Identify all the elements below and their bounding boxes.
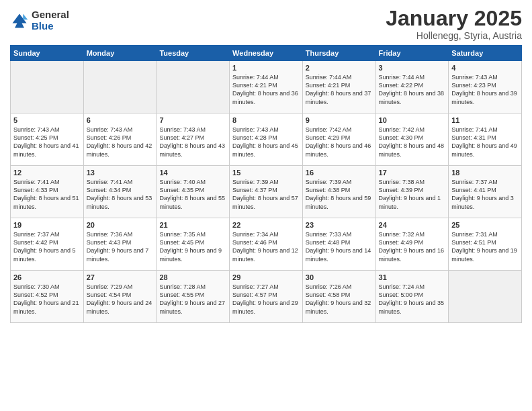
calendar-cell: 23Sunrise: 7:33 AM Sunset: 4:48 PM Dayli… [302, 218, 375, 271]
cell-content: Sunrise: 7:38 AM Sunset: 4:39 PM Dayligh… [379, 178, 446, 211]
day-number: 4 [451, 64, 519, 72]
cell-content: Sunrise: 7:29 AM Sunset: 4:54 PM Dayligh… [87, 283, 154, 316]
calendar-cell: 6Sunrise: 7:43 AM Sunset: 4:26 PM Daylig… [83, 113, 157, 166]
cell-content: Sunrise: 7:43 AM Sunset: 4:25 PM Dayligh… [13, 126, 81, 158]
day-number: 22 [232, 221, 300, 229]
day-number: 29 [232, 273, 300, 281]
cell-content: Sunrise: 7:41 AM Sunset: 4:34 PM Dayligh… [87, 178, 154, 211]
day-number: 20 [87, 221, 154, 229]
weekday-header-saturday: Saturday [449, 46, 522, 61]
cell-content: Sunrise: 7:32 AM Sunset: 4:49 PM Dayligh… [379, 230, 446, 263]
weekday-header-monday: Monday [83, 46, 157, 61]
day-number: 25 [451, 221, 519, 229]
calendar-cell: 8Sunrise: 7:43 AM Sunset: 4:28 PM Daylig… [230, 113, 303, 166]
calendar-cell: 27Sunrise: 7:29 AM Sunset: 4:54 PM Dayli… [83, 271, 157, 323]
svg-marker-1 [23, 13, 28, 19]
week-row-1: 1Sunrise: 7:44 AM Sunset: 4:21 PM Daylig… [11, 61, 522, 113]
day-number: 5 [13, 116, 81, 124]
day-number: 8 [232, 116, 300, 124]
calendar-cell: 10Sunrise: 7:42 AM Sunset: 4:30 PM Dayli… [375, 113, 449, 166]
day-number: 1 [232, 64, 300, 72]
cell-content: Sunrise: 7:24 AM Sunset: 5:00 PM Dayligh… [379, 283, 446, 316]
calendar-cell: 19Sunrise: 7:37 AM Sunset: 4:42 PM Dayli… [11, 218, 84, 271]
day-number: 6 [87, 116, 154, 124]
day-number: 16 [306, 169, 373, 177]
weekday-header-tuesday: Tuesday [157, 46, 230, 61]
calendar-cell [157, 61, 230, 113]
day-number: 31 [379, 273, 446, 281]
day-number: 13 [87, 169, 154, 177]
cell-content: Sunrise: 7:31 AM Sunset: 4:51 PM Dayligh… [451, 230, 519, 263]
week-row-3: 12Sunrise: 7:41 AM Sunset: 4:33 PM Dayli… [11, 166, 522, 218]
cell-content: Sunrise: 7:37 AM Sunset: 4:42 PM Dayligh… [13, 230, 81, 263]
location: Hollenegg, Styria, Austria [386, 30, 522, 41]
cell-content: Sunrise: 7:36 AM Sunset: 4:43 PM Dayligh… [87, 230, 154, 263]
day-number: 23 [306, 221, 373, 229]
calendar-cell [11, 61, 84, 113]
calendar-cell: 20Sunrise: 7:36 AM Sunset: 4:43 PM Dayli… [83, 218, 157, 271]
weekday-header-row: SundayMondayTuesdayWednesdayThursdayFrid… [11, 46, 522, 61]
logo-general: General [32, 9, 69, 21]
calendar-cell: 7Sunrise: 7:43 AM Sunset: 4:27 PM Daylig… [157, 113, 230, 166]
day-number: 12 [13, 169, 81, 177]
cell-content: Sunrise: 7:28 AM Sunset: 4:55 PM Dayligh… [159, 283, 226, 316]
calendar-cell: 21Sunrise: 7:35 AM Sunset: 4:45 PM Dayli… [157, 218, 230, 271]
cell-content: Sunrise: 7:40 AM Sunset: 4:35 PM Dayligh… [159, 178, 226, 211]
month-title: January 2025 [386, 7, 522, 30]
day-number: 28 [159, 273, 226, 281]
weekday-header-sunday: Sunday [11, 46, 84, 61]
cell-content: Sunrise: 7:44 AM Sunset: 4:21 PM Dayligh… [306, 73, 373, 106]
day-number: 15 [232, 169, 300, 177]
cell-content: Sunrise: 7:35 AM Sunset: 4:45 PM Dayligh… [159, 230, 226, 263]
day-number: 3 [379, 64, 446, 72]
calendar-cell: 2Sunrise: 7:44 AM Sunset: 4:21 PM Daylig… [302, 61, 375, 113]
calendar-cell: 13Sunrise: 7:41 AM Sunset: 4:34 PM Dayli… [83, 166, 157, 218]
header-row: General Blue January 2025 Hollenegg, Sty… [10, 7, 522, 41]
day-number: 21 [159, 221, 226, 229]
week-row-5: 26Sunrise: 7:30 AM Sunset: 4:52 PM Dayli… [11, 271, 522, 323]
day-number: 26 [13, 273, 81, 281]
logo-blue: Blue [32, 21, 69, 32]
cell-content: Sunrise: 7:44 AM Sunset: 4:21 PM Dayligh… [232, 73, 300, 106]
day-number: 11 [451, 116, 519, 124]
calendar-cell: 22Sunrise: 7:34 AM Sunset: 4:46 PM Dayli… [230, 218, 303, 271]
calendar-cell: 11Sunrise: 7:41 AM Sunset: 4:31 PM Dayli… [449, 113, 522, 166]
cell-content: Sunrise: 7:43 AM Sunset: 4:26 PM Dayligh… [87, 126, 154, 158]
calendar-cell: 24Sunrise: 7:32 AM Sunset: 4:49 PM Dayli… [375, 218, 449, 271]
calendar-cell: 3Sunrise: 7:44 AM Sunset: 4:22 PM Daylig… [375, 61, 449, 113]
calendar-cell: 26Sunrise: 7:30 AM Sunset: 4:52 PM Dayli… [11, 271, 84, 323]
cell-content: Sunrise: 7:42 AM Sunset: 4:30 PM Dayligh… [379, 126, 446, 158]
cell-content: Sunrise: 7:41 AM Sunset: 4:31 PM Dayligh… [451, 126, 519, 158]
day-number: 7 [159, 116, 226, 124]
calendar-cell: 17Sunrise: 7:38 AM Sunset: 4:39 PM Dayli… [375, 166, 449, 218]
cell-content: Sunrise: 7:43 AM Sunset: 4:27 PM Dayligh… [159, 126, 226, 158]
weekday-header-wednesday: Wednesday [230, 46, 303, 61]
day-number: 27 [87, 273, 154, 281]
day-number: 19 [13, 221, 81, 229]
cell-content: Sunrise: 7:43 AM Sunset: 4:23 PM Dayligh… [451, 73, 519, 106]
calendar-cell: 18Sunrise: 7:37 AM Sunset: 4:41 PM Dayli… [449, 166, 522, 218]
cell-content: Sunrise: 7:34 AM Sunset: 4:46 PM Dayligh… [232, 230, 300, 263]
calendar-cell: 29Sunrise: 7:27 AM Sunset: 4:57 PM Dayli… [230, 271, 303, 323]
calendar-cell: 28Sunrise: 7:28 AM Sunset: 4:55 PM Dayli… [157, 271, 230, 323]
day-number: 24 [379, 221, 446, 229]
calendar-cell [83, 61, 157, 113]
page-container: General Blue January 2025 Hollenegg, Sty… [0, 0, 532, 330]
cell-content: Sunrise: 7:37 AM Sunset: 4:41 PM Dayligh… [451, 178, 519, 211]
calendar-cell: 31Sunrise: 7:24 AM Sunset: 5:00 PM Dayli… [375, 271, 449, 323]
weekday-header-thursday: Thursday [302, 46, 375, 61]
week-row-2: 5Sunrise: 7:43 AM Sunset: 4:25 PM Daylig… [11, 113, 522, 166]
logo-icon [10, 11, 29, 30]
weekday-header-friday: Friday [375, 46, 449, 61]
calendar-cell: 16Sunrise: 7:39 AM Sunset: 4:38 PM Dayli… [302, 166, 375, 218]
cell-content: Sunrise: 7:42 AM Sunset: 4:29 PM Dayligh… [306, 126, 373, 158]
day-number: 9 [306, 116, 373, 124]
calendar-cell: 4Sunrise: 7:43 AM Sunset: 4:23 PM Daylig… [449, 61, 522, 113]
day-number: 14 [159, 169, 226, 177]
cell-content: Sunrise: 7:33 AM Sunset: 4:48 PM Dayligh… [306, 230, 373, 263]
cell-content: Sunrise: 7:27 AM Sunset: 4:57 PM Dayligh… [232, 283, 300, 316]
calendar-table: SundayMondayTuesdayWednesdayThursdayFrid… [10, 45, 522, 323]
cell-content: Sunrise: 7:26 AM Sunset: 4:58 PM Dayligh… [306, 283, 373, 316]
cell-content: Sunrise: 7:30 AM Sunset: 4:52 PM Dayligh… [13, 283, 81, 316]
cell-content: Sunrise: 7:44 AM Sunset: 4:22 PM Dayligh… [379, 73, 446, 106]
